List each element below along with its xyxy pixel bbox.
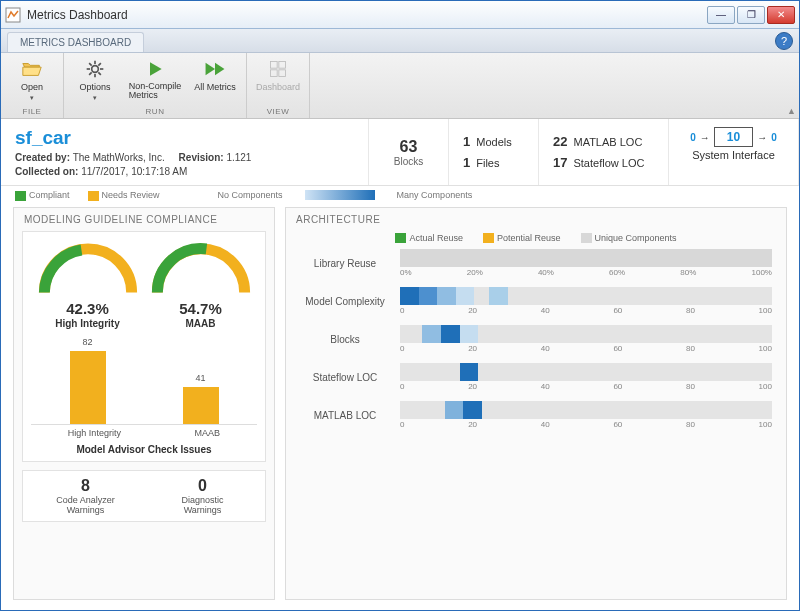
hist-blocks[interactable]: Blocks 0 20 40 60 bbox=[300, 325, 772, 353]
swatch-needs-review bbox=[88, 191, 99, 201]
swatch-potential-reuse bbox=[483, 233, 494, 243]
group-label-file: FILE bbox=[1, 106, 63, 118]
gauge-card[interactable]: 42.3% High Integrity 54.7% MAAB bbox=[22, 231, 266, 462]
files-count: 1 bbox=[463, 155, 470, 170]
all-metrics-button[interactable]: All Metrics bbox=[190, 56, 240, 106]
models-count: 1 bbox=[463, 134, 470, 149]
svg-rect-11 bbox=[279, 62, 286, 69]
architecture-panel: ARCHITECTURE Actual Reuse Potential Reus… bbox=[285, 207, 787, 600]
dashboard-icon bbox=[267, 58, 289, 80]
svg-line-7 bbox=[98, 72, 101, 75]
revision-label: Revision: bbox=[179, 152, 224, 163]
app-window: Metrics Dashboard — ❐ ✕ METRICS DASHBOAR… bbox=[0, 0, 800, 611]
blocks-label: Blocks bbox=[383, 156, 434, 167]
close-button[interactable]: ✕ bbox=[767, 6, 795, 24]
legend-row: Compliant Needs Review No Components Man… bbox=[1, 186, 799, 207]
architecture-title: ARCHITECTURE bbox=[286, 208, 786, 231]
sysif-center: 10 bbox=[714, 127, 753, 147]
revision-value: 1.121 bbox=[226, 152, 251, 163]
hist-stateflow-loc[interactable]: Stateflow LOC 0 20 40 60 80 1 bbox=[300, 363, 772, 391]
toolstrip-group-view: Dashboard VIEW bbox=[247, 53, 310, 118]
svg-rect-13 bbox=[279, 70, 286, 77]
play-icon bbox=[144, 58, 166, 80]
group-label-run: RUN bbox=[64, 106, 246, 118]
content: sf_car Created by: The MathWorks, Inc. R… bbox=[1, 119, 799, 610]
dashboard-button: Dashboard bbox=[253, 56, 303, 106]
main-split: MODELING GUIDELINE COMPLIANCE 42.3% High… bbox=[1, 207, 799, 610]
svg-rect-12 bbox=[271, 70, 278, 77]
tabstrip: METRICS DASHBOARD ? bbox=[1, 29, 799, 53]
swatch-unique bbox=[581, 233, 592, 243]
toolstrip-group-file: Open ▾ FILE bbox=[1, 53, 64, 118]
toolstrip-group-run: Options ▾ Non-Compile Metrics All Metric… bbox=[64, 53, 247, 118]
matlab-loc-label: MATLAB LOC bbox=[573, 136, 642, 148]
svg-rect-10 bbox=[271, 62, 278, 69]
hist-matlab-loc[interactable]: MATLAB LOC 0 20 40 60 80 bbox=[300, 401, 772, 429]
svg-line-8 bbox=[89, 72, 92, 75]
code-analyzer-cell: 8 Code Analyzer Warnings bbox=[31, 477, 140, 515]
sysif-in: 0 bbox=[690, 132, 696, 143]
models-label: Models bbox=[476, 136, 511, 148]
warnings-card[interactable]: 8 Code Analyzer Warnings 0 Diagnostic Wa… bbox=[22, 470, 266, 522]
diagnostic-cell: 0 Diagnostic Warnings bbox=[148, 477, 257, 515]
open-button[interactable]: Open ▾ bbox=[7, 56, 57, 106]
model-advisor-title: Model Advisor Check Issues bbox=[31, 444, 257, 455]
minimize-button[interactable]: — bbox=[707, 6, 735, 24]
app-icon bbox=[5, 7, 21, 23]
help-button[interactable]: ? bbox=[775, 32, 793, 50]
created-by-value: The MathWorks, Inc. bbox=[73, 152, 165, 163]
titlebar: Metrics Dashboard — ❐ ✕ bbox=[1, 1, 799, 29]
stateflow-loc-count: 17 bbox=[553, 155, 567, 170]
compliance-panel: MODELING GUIDELINE COMPLIANCE 42.3% High… bbox=[13, 207, 275, 600]
files-label: Files bbox=[476, 157, 499, 169]
legend-many-components: Many Components bbox=[397, 190, 473, 200]
matlab-loc-count: 22 bbox=[553, 134, 567, 149]
group-label-view: VIEW bbox=[247, 106, 309, 118]
model-advisor-bars: 82 41 High Integrity MAAB Model Advisor … bbox=[31, 335, 257, 455]
play-double-icon bbox=[204, 58, 226, 80]
svg-line-9 bbox=[98, 63, 101, 65]
toolstrip: Open ▾ FILE Options ▾ N bbox=[1, 53, 799, 119]
gauge-maab: 54.7% MAAB bbox=[146, 238, 256, 329]
window-title: Metrics Dashboard bbox=[27, 8, 707, 22]
chevron-down-icon: ▾ bbox=[30, 94, 34, 102]
legend-no-components: No Components bbox=[218, 190, 283, 200]
summary-row: sf_car Created by: The MathWorks, Inc. R… bbox=[1, 119, 799, 186]
hist-library-reuse[interactable]: Library Reuse 0% 20% 40% 60% 80% 100% bbox=[300, 249, 772, 277]
collected-label: Collected on: bbox=[15, 166, 78, 177]
architecture-legend: Actual Reuse Potential Reuse Unique Comp… bbox=[286, 231, 786, 250]
gradient-icon bbox=[305, 190, 375, 200]
hist-model-complexity[interactable]: Model Complexity 0 20 bbox=[300, 287, 772, 315]
system-interface-diagram[interactable]: 0 → 10 → 0 bbox=[690, 127, 776, 147]
created-by-label: Created by: bbox=[15, 152, 70, 163]
tab-metrics-dashboard[interactable]: METRICS DASHBOARD bbox=[7, 32, 144, 52]
model-name[interactable]: sf_car bbox=[15, 127, 354, 149]
sysif-label: System Interface bbox=[692, 149, 775, 161]
maximize-button[interactable]: ❐ bbox=[737, 6, 765, 24]
swatch-compliant bbox=[15, 191, 26, 201]
svg-line-6 bbox=[89, 63, 92, 65]
arrow-right-icon: → bbox=[700, 132, 710, 143]
folder-open-icon bbox=[21, 58, 43, 80]
arrow-right-icon: → bbox=[757, 132, 767, 143]
blocks-count: 63 bbox=[383, 138, 434, 156]
non-compile-metrics-button[interactable]: Non-Compile Metrics bbox=[126, 56, 184, 106]
options-button[interactable]: Options ▾ bbox=[70, 56, 120, 106]
collected-value: 11/7/2017, 10:17:18 AM bbox=[81, 166, 187, 177]
chevron-down-icon: ▾ bbox=[93, 94, 97, 102]
sysif-out: 0 bbox=[771, 132, 777, 143]
gauge-high-integrity: 42.3% High Integrity bbox=[33, 238, 143, 329]
compliance-title: MODELING GUIDELINE COMPLIANCE bbox=[14, 208, 274, 231]
collapse-ribbon-button[interactable]: ▲ bbox=[787, 106, 796, 116]
svg-point-1 bbox=[92, 66, 99, 73]
stateflow-loc-label: Stateflow LOC bbox=[573, 157, 644, 169]
swatch-actual-reuse bbox=[395, 233, 406, 243]
gear-icon bbox=[84, 58, 106, 80]
